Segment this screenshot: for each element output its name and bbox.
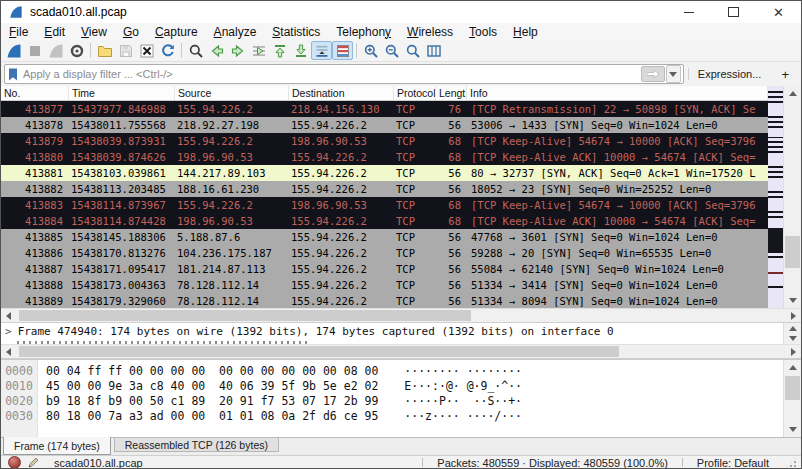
- cell-dst: 155.94.226.2: [289, 149, 394, 165]
- vscroll-thumb[interactable]: [785, 376, 800, 400]
- scroll-right-arrow-icon[interactable]: [786, 309, 801, 322]
- tab-reassembled-tcp[interactable]: Reassembled TCP (126 bytes): [114, 438, 279, 452]
- cell-time: 15438039.873931: [69, 133, 175, 149]
- filter-bookmark-icon[interactable]: [8, 68, 18, 81]
- go-to-packet-button[interactable]: [248, 41, 269, 60]
- hscroll-thumb[interactable]: [19, 310, 471, 321]
- expander-icon[interactable]: >: [5, 325, 12, 338]
- scroll-down-arrow-icon[interactable]: [784, 422, 801, 437]
- add-filter-button[interactable]: +: [776, 67, 798, 82]
- menu-view[interactable]: View: [73, 25, 115, 39]
- packet-row[interactable]: 41387715437977.846988155.94.226.2218.94.…: [1, 101, 768, 117]
- menu-go[interactable]: Go: [115, 25, 147, 39]
- cell-no: 413885: [1, 229, 69, 245]
- packet-row[interactable]: 41388815438173.00436378.128.112.14155.94…: [1, 277, 768, 293]
- menu-capture[interactable]: Capture: [147, 25, 206, 39]
- resize-columns-button[interactable]: [423, 41, 444, 60]
- cell-src: 144.217.89.103: [175, 165, 289, 181]
- column-header-destination[interactable]: Destination: [289, 86, 394, 100]
- zoom-in-button[interactable]: [360, 41, 381, 60]
- packet-row[interactable]: 41387815438011.755568218.92.27.198155.94…: [1, 117, 768, 133]
- menu-analyze[interactable]: Analyze: [206, 25, 265, 39]
- column-header-time[interactable]: Time: [69, 86, 175, 100]
- scroll-up-arrow-icon[interactable]: [784, 360, 801, 375]
- close-file-button[interactable]: [136, 41, 157, 60]
- resize-grip[interactable]: [785, 456, 798, 469]
- hex-row[interactable]: 0020b9 18 8f b9 00 50 c1 89 20 91 f7 53 …: [1, 394, 801, 409]
- packet-row[interactable]: 41388415438114.874428198.96.90.53155.94.…: [1, 213, 768, 229]
- menu-edit[interactable]: Edit: [36, 25, 73, 39]
- status-profile[interactable]: Profile: Default: [682, 458, 783, 467]
- intelligent-scrollbar-minimap[interactable]: [768, 86, 783, 308]
- column-header-info[interactable]: Info: [467, 86, 768, 100]
- capture-comment-icon[interactable]: [27, 456, 40, 469]
- packet-list-hscrollbar[interactable]: [1, 308, 801, 323]
- open-file-button[interactable]: [94, 41, 115, 60]
- cell-time: 15438170.813276: [69, 245, 175, 261]
- menu-file[interactable]: File: [1, 25, 36, 39]
- hex-row[interactable]: 001045 00 00 9e 3a c8 40 00 40 06 39 5f …: [1, 379, 801, 394]
- column-header-protocol[interactable]: Protocol: [394, 86, 436, 100]
- packet-row[interactable]: 41388315438114.873967155.94.226.2198.96.…: [1, 197, 768, 213]
- packet-row[interactable]: 41387915438039.873931155.94.226.2198.96.…: [1, 133, 768, 149]
- packet-list-vscrollbar[interactable]: [783, 86, 801, 308]
- scroll-right-arrow-icon[interactable]: [786, 345, 801, 358]
- main-toolbar: [1, 40, 801, 62]
- display-filter-field[interactable]: [4, 64, 684, 84]
- expert-info-icon[interactable]: [8, 456, 21, 469]
- tab-frame-bytes[interactable]: Frame (174 bytes): [3, 437, 111, 455]
- display-filter-input[interactable]: [21, 67, 641, 81]
- auto-scroll-toggle-button[interactable]: [311, 41, 332, 60]
- scroll-down-arrow-icon[interactable]: [784, 293, 801, 308]
- menu-telephony[interactable]: Telephony: [328, 25, 399, 39]
- find-packet-button[interactable]: [185, 41, 206, 60]
- restart-capture-icon: [48, 43, 64, 59]
- expression-button[interactable]: Expression...: [688, 68, 771, 80]
- bytes-vscrollbar[interactable]: [783, 360, 801, 437]
- scroll-left-arrow-icon[interactable]: [1, 309, 16, 322]
- zoom-out-button[interactable]: [381, 41, 402, 60]
- scroll-left-arrow-icon[interactable]: [1, 345, 16, 358]
- scroll-down-arrow-icon[interactable]: [784, 333, 801, 343]
- menu-tools[interactable]: Tools: [461, 25, 505, 39]
- details-hscrollbar[interactable]: [1, 344, 801, 359]
- close-button[interactable]: ✕: [756, 1, 801, 23]
- go-forward-button[interactable]: [227, 41, 248, 60]
- vscroll-thumb[interactable]: [785, 236, 800, 268]
- go-first-packet-button[interactable]: [269, 41, 290, 60]
- hex-row[interactable]: 003080 18 00 7a a3 ad 00 00 01 01 08 0a …: [1, 409, 801, 424]
- filter-dropdown-button[interactable]: [666, 65, 681, 83]
- hex-row[interactable]: 000000 04 ff ff 00 00 00 00 00 00 00 00 …: [1, 364, 801, 379]
- cell-proto: TCP: [394, 181, 436, 197]
- go-back-button[interactable]: [206, 41, 227, 60]
- capture-options-button[interactable]: [66, 41, 87, 60]
- maximize-button[interactable]: [711, 1, 756, 23]
- packet-row[interactable]: 41388915438179.32906078.128.112.14155.94…: [1, 293, 768, 308]
- packet-row[interactable]: 41388715438171.095417181.214.87.113155.9…: [1, 261, 768, 277]
- colorize-toggle-button[interactable]: [332, 41, 353, 60]
- details-vscrollbar[interactable]: [783, 323, 801, 344]
- scroll-up-arrow-icon[interactable]: [784, 323, 801, 333]
- scroll-up-arrow-icon[interactable]: [784, 86, 801, 101]
- column-header-source[interactable]: Source: [175, 86, 289, 100]
- cell-proto: TCP: [394, 117, 436, 133]
- reload-file-button[interactable]: [157, 41, 178, 60]
- go-last-packet-button[interactable]: [290, 41, 311, 60]
- packet-row[interactable]: 41388515438145.1883065.188.87.6155.94.22…: [1, 229, 768, 245]
- menu-wireless[interactable]: Wireless: [399, 25, 461, 39]
- zoom-100-button[interactable]: [402, 41, 423, 60]
- start-capture-button[interactable]: [3, 41, 24, 60]
- packet-row[interactable]: 41388215438113.203485188.16.61.230155.94…: [1, 181, 768, 197]
- minimize-button[interactable]: [666, 1, 711, 23]
- cell-src: 181.214.87.113: [175, 261, 289, 277]
- detail-frame-line[interactable]: >Frame 474940: 174 bytes on wire (1392 b…: [1, 323, 801, 338]
- column-header-lengt[interactable]: Lengt: [436, 86, 467, 100]
- hscroll-thumb[interactable]: [19, 346, 619, 357]
- packet-row[interactable]: 41388115438103.039861144.217.89.103155.9…: [1, 165, 768, 181]
- cell-dst: 218.94.156.130: [289, 101, 394, 117]
- menu-statistics[interactable]: Statistics: [264, 25, 328, 39]
- column-header-no[interactable]: No.: [1, 86, 69, 100]
- packet-row[interactable]: 41388015438039.874626198.96.90.53155.94.…: [1, 149, 768, 165]
- menu-help[interactable]: Help: [505, 25, 546, 39]
- packet-row[interactable]: 41388615438170.813276104.236.175.187155.…: [1, 245, 768, 261]
